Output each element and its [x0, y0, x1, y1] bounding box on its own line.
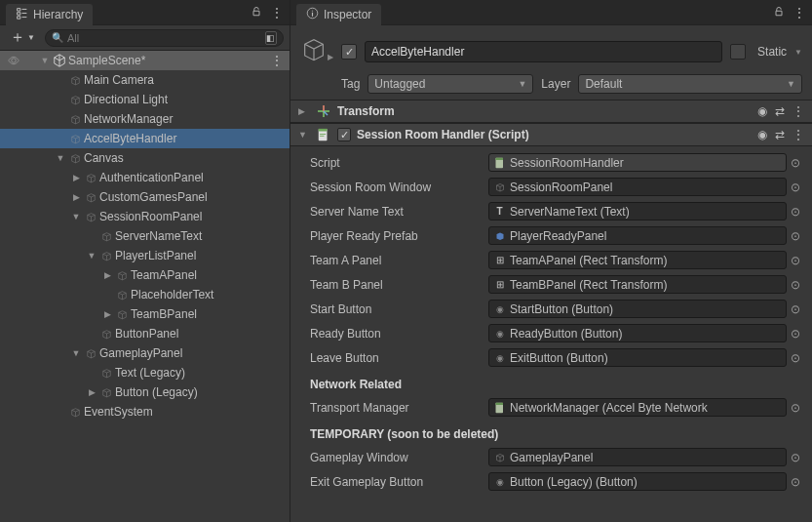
unity-logo-icon: [53, 54, 66, 67]
object-field[interactable]: ◉ StartButton (Button): [488, 300, 787, 318]
hierarchy-item[interactable]: Button (Legacy): [0, 382, 290, 402]
field-value: PlayerReadyPanel: [510, 229, 782, 243]
object-picker-icon[interactable]: ⊙: [787, 401, 804, 415]
object-field[interactable]: ⊞ TeamBPanel (Rect Transform): [488, 275, 787, 294]
scene-foldout[interactable]: [39, 56, 51, 65]
hierarchy-item[interactable]: CustomGamesPanel: [0, 187, 290, 207]
hierarchy-item-label: Directional Light: [84, 93, 168, 106]
unlock-icon[interactable]: [251, 6, 262, 20]
object-field[interactable]: GameplayPanel: [488, 448, 787, 466]
object-picker-icon[interactable]: ⊙: [787, 254, 804, 267]
object-field[interactable]: NetworkManager (Accel Byte Network: [488, 398, 787, 417]
object-field[interactable]: ◉ ReadyButton (Button): [488, 324, 787, 342]
foldout-icon[interactable]: [86, 251, 97, 261]
component-menu-icon[interactable]: ⋮: [793, 128, 804, 141]
layer-dropdown[interactable]: Default ▼: [578, 74, 802, 94]
object-picker-icon[interactable]: ⊙: [787, 475, 804, 489]
property-label: Script: [298, 156, 488, 170]
field-type-icon: [493, 401, 506, 414]
hierarchy-item[interactable]: TeamBPanel: [0, 304, 290, 324]
help-icon[interactable]: ◉: [757, 104, 767, 118]
foldout-icon[interactable]: [70, 212, 82, 221]
hierarchy-item[interactable]: TeamAPanel: [0, 265, 290, 285]
gameobject-icon: [68, 93, 82, 106]
hierarchy-tab[interactable]: Hierarchy: [6, 4, 93, 25]
enabled-checkbox[interactable]: ✓: [341, 44, 357, 60]
static-checkbox[interactable]: [730, 44, 746, 60]
scene-row[interactable]: SampleScene* ⋮: [0, 51, 290, 70]
field-type-icon: ◉: [493, 475, 506, 488]
hierarchy-item[interactable]: ButtonPanel: [0, 324, 290, 343]
svg-rect-8: [495, 402, 503, 404]
object-picker-icon[interactable]: ⊙: [787, 156, 804, 170]
object-picker-icon[interactable]: ⊙: [787, 351, 804, 365]
inspector-menu-icon[interactable]: ⋮: [793, 5, 806, 20]
hierarchy-item[interactable]: PlaceholderText: [0, 285, 290, 304]
hierarchy-item[interactable]: Directional Light: [0, 90, 290, 109]
hierarchy-item[interactable]: EventSystem: [0, 402, 290, 422]
field-value: TeamAPanel (Rect Transform): [510, 254, 782, 267]
hierarchy-item[interactable]: Canvas: [0, 148, 290, 168]
search-icon: 🔍: [52, 32, 63, 43]
object-picker-icon[interactable]: ⊙: [787, 327, 804, 341]
object-field[interactable]: ◉ Button (Legacy) (Button): [488, 472, 787, 491]
hierarchy-item[interactable]: AccelByteHandler: [0, 129, 290, 148]
foldout-icon[interactable]: [70, 173, 82, 182]
help-icon[interactable]: ◉: [757, 128, 767, 141]
transform-foldout[interactable]: ▶: [298, 106, 310, 116]
object-field[interactable]: SessionRoomPanel: [488, 178, 787, 196]
preset-icon[interactable]: ⇄: [775, 128, 785, 141]
object-picker-icon[interactable]: ⊙: [787, 205, 804, 219]
transform-component-header[interactable]: ▶ Transform ◉ ⇄ ⋮: [290, 100, 812, 123]
field-type-icon: ⊞: [493, 278, 506, 291]
preset-icon[interactable]: ⇄: [775, 104, 785, 118]
field-type-icon: ◉: [493, 327, 506, 340]
foldout-icon[interactable]: [101, 309, 113, 319]
object-picker-icon[interactable]: ⊙: [787, 229, 804, 243]
hierarchy-item[interactable]: Text (Legacy): [0, 363, 290, 382]
hierarchy-item[interactable]: Main Camera: [0, 70, 290, 90]
object-field[interactable]: ◉ ExitButton (Button): [488, 348, 787, 367]
search-box[interactable]: 🔍 ◧: [45, 29, 284, 47]
hierarchy-item[interactable]: SessionRoomPanel: [0, 207, 290, 226]
property-row: Ready Button ◉ ReadyButton (Button) ⊙: [290, 321, 812, 345]
object-field[interactable]: ⊞ TeamAPanel (Rect Transform): [488, 251, 787, 269]
foldout-icon[interactable]: [70, 348, 82, 358]
object-picker-icon[interactable]: ⊙: [787, 451, 804, 464]
property-label: Server Name Text: [298, 205, 488, 219]
foldout-icon[interactable]: [101, 270, 113, 280]
search-filter-icon[interactable]: ◧: [265, 31, 277, 45]
hierarchy-item[interactable]: NetworkManager: [0, 109, 290, 129]
static-dropdown-icon[interactable]: ▼: [794, 48, 802, 57]
hierarchy-tab-label: Hierarchy: [33, 8, 83, 21]
script-enabled-checkbox[interactable]: ✓: [337, 128, 351, 141]
property-label: Team B Panel: [298, 278, 488, 292]
inspector-unlock-icon[interactable]: [773, 6, 785, 20]
hierarchy-menu-icon[interactable]: ⋮: [270, 5, 284, 20]
object-name-input[interactable]: [365, 41, 722, 62]
object-picker-icon[interactable]: ⊙: [787, 302, 804, 316]
hierarchy-item[interactable]: AuthenticationPanel: [0, 168, 290, 187]
add-button[interactable]: ＋▼: [6, 27, 39, 48]
object-picker-icon[interactable]: ⊙: [787, 278, 804, 292]
script-foldout[interactable]: ▼: [298, 130, 310, 140]
hierarchy-item[interactable]: ServerNameText: [0, 226, 290, 246]
foldout-icon[interactable]: [70, 192, 82, 202]
property-label: Session Room Window: [298, 181, 488, 194]
scene-menu-icon[interactable]: ⋮: [270, 53, 284, 68]
gameobject-icon[interactable]: ▶: [300, 35, 333, 68]
foldout-icon[interactable]: [86, 387, 97, 397]
script-component-header[interactable]: ▼ ✓ Session Room Handler (Script) ◉ ⇄ ⋮: [290, 123, 812, 146]
object-picker-icon[interactable]: ⊙: [787, 181, 804, 194]
visibility-toggles[interactable]: [4, 56, 37, 65]
object-field[interactable]: T ServerNameText (Text): [488, 202, 787, 221]
tag-dropdown[interactable]: Untagged ▼: [367, 74, 533, 94]
hierarchy-item-label: ServerNameText: [115, 229, 202, 243]
hierarchy-item[interactable]: PlayerListPanel: [0, 246, 290, 265]
hierarchy-item[interactable]: GameplayPanel: [0, 343, 290, 363]
foldout-icon[interactable]: [55, 153, 66, 163]
object-field[interactable]: PlayerReadyPanel: [488, 226, 787, 245]
search-input[interactable]: [67, 32, 261, 44]
component-menu-icon[interactable]: ⋮: [793, 104, 804, 118]
inspector-tab[interactable]: Inspector: [296, 4, 381, 25]
